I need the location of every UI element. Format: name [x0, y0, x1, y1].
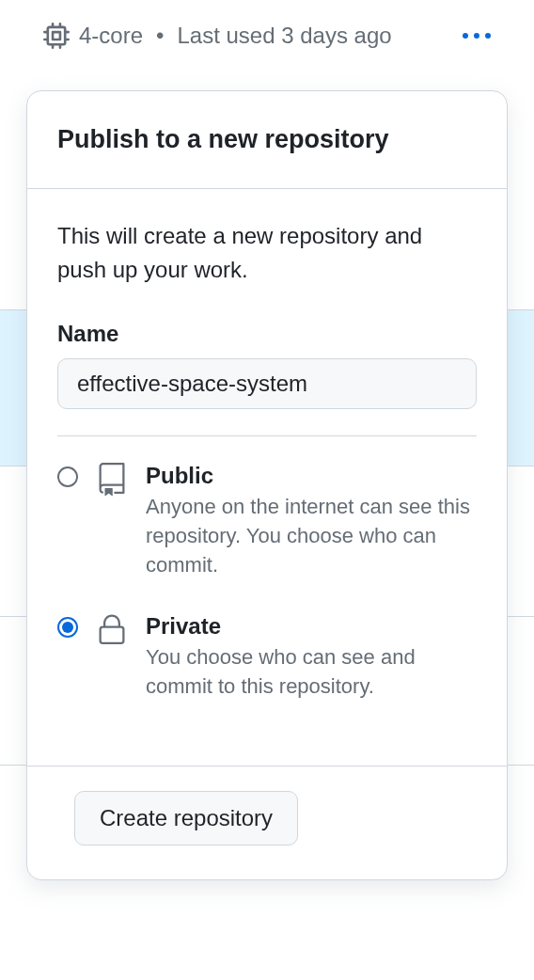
dialog-description: This will create a new repository and pu…	[57, 219, 477, 287]
last-used-label: Last used 3 days ago	[177, 23, 391, 49]
lock-icon	[95, 613, 129, 651]
repo-icon	[95, 463, 129, 500]
private-radio[interactable]	[57, 617, 78, 638]
divider	[57, 435, 477, 436]
publish-dialog: Publish to a new repository This will cr…	[26, 90, 508, 880]
dialog-footer: Create repository	[27, 766, 507, 879]
separator-dot: •	[156, 23, 164, 49]
public-radio[interactable]	[57, 466, 78, 487]
visibility-option-public[interactable]: Public Anyone on the internet can see th…	[57, 463, 477, 579]
dialog-body: This will create a new repository and pu…	[27, 189, 507, 766]
visibility-option-private[interactable]: Private You choose who can see and commi…	[57, 613, 477, 702]
public-title: Public	[146, 463, 477, 489]
more-options-button[interactable]	[463, 33, 491, 39]
private-desc: You choose who can see and commit to thi…	[146, 643, 477, 702]
create-repository-button[interactable]: Create repository	[74, 791, 298, 846]
dialog-header: Publish to a new repository	[27, 91, 507, 189]
public-desc: Anyone on the internet can see this repo…	[146, 493, 477, 579]
codespace-info-bar: 4-core • Last used 3 days ago	[0, 0, 534, 49]
repo-name-input[interactable]	[57, 358, 477, 409]
name-label: Name	[57, 321, 477, 347]
private-title: Private	[146, 613, 477, 640]
cpu-icon	[43, 23, 70, 49]
cores-label: 4-core	[79, 23, 143, 49]
dialog-title: Publish to a new repository	[57, 125, 477, 154]
